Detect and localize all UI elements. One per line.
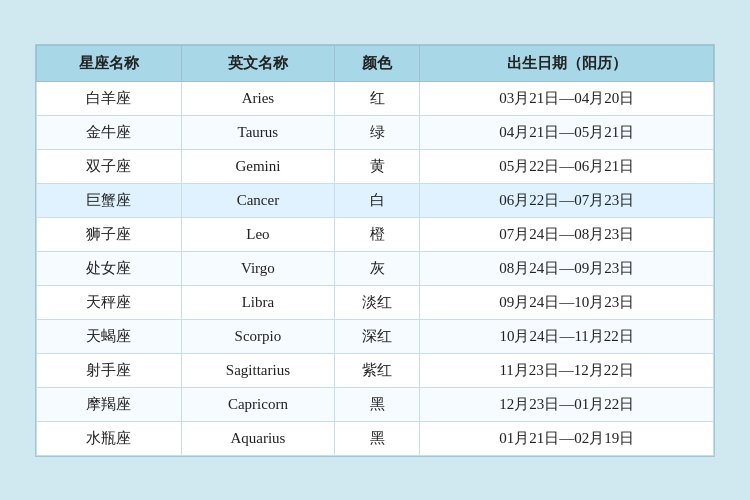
cell-dates: 10月24日—11月22日 [420, 319, 714, 353]
cell-dates: 12月23日—01月22日 [420, 387, 714, 421]
cell-en-name: Aquarius [181, 421, 334, 455]
cell-dates: 06月22日—07月23日 [420, 183, 714, 217]
cell-en-name: Leo [181, 217, 334, 251]
zodiac-table: 星座名称 英文名称 颜色 出生日期（阳历） 白羊座Aries红03月21日—04… [36, 45, 714, 456]
cell-en-name: Sagittarius [181, 353, 334, 387]
cell-cn-name: 水瓶座 [37, 421, 182, 455]
table-row: 处女座Virgo灰08月24日—09月23日 [37, 251, 714, 285]
cell-color: 紫红 [334, 353, 419, 387]
cell-dates: 03月21日—04月20日 [420, 81, 714, 115]
cell-color: 灰 [334, 251, 419, 285]
cell-color: 黑 [334, 387, 419, 421]
zodiac-table-container: 星座名称 英文名称 颜色 出生日期（阳历） 白羊座Aries红03月21日—04… [35, 44, 715, 457]
cell-dates: 08月24日—09月23日 [420, 251, 714, 285]
table-row: 射手座Sagittarius紫红11月23日—12月22日 [37, 353, 714, 387]
cell-en-name: Libra [181, 285, 334, 319]
cell-dates: 09月24日—10月23日 [420, 285, 714, 319]
cell-color: 黄 [334, 149, 419, 183]
table-row: 金牛座Taurus绿04月21日—05月21日 [37, 115, 714, 149]
cell-cn-name: 巨蟹座 [37, 183, 182, 217]
table-header-row: 星座名称 英文名称 颜色 出生日期（阳历） [37, 45, 714, 81]
cell-cn-name: 射手座 [37, 353, 182, 387]
cell-en-name: Aries [181, 81, 334, 115]
cell-en-name: Gemini [181, 149, 334, 183]
table-row: 狮子座Leo橙07月24日—08月23日 [37, 217, 714, 251]
cell-dates: 07月24日—08月23日 [420, 217, 714, 251]
header-color: 颜色 [334, 45, 419, 81]
cell-cn-name: 白羊座 [37, 81, 182, 115]
cell-dates: 01月21日—02月19日 [420, 421, 714, 455]
cell-color: 黑 [334, 421, 419, 455]
cell-cn-name: 处女座 [37, 251, 182, 285]
cell-dates: 05月22日—06月21日 [420, 149, 714, 183]
cell-color: 淡红 [334, 285, 419, 319]
table-row: 白羊座Aries红03月21日—04月20日 [37, 81, 714, 115]
table-row: 摩羯座Capricorn黑12月23日—01月22日 [37, 387, 714, 421]
cell-en-name: Taurus [181, 115, 334, 149]
header-en-name: 英文名称 [181, 45, 334, 81]
cell-color: 绿 [334, 115, 419, 149]
cell-color: 白 [334, 183, 419, 217]
cell-cn-name: 双子座 [37, 149, 182, 183]
cell-cn-name: 金牛座 [37, 115, 182, 149]
cell-color: 橙 [334, 217, 419, 251]
table-row: 巨蟹座Cancer白06月22日—07月23日 [37, 183, 714, 217]
table-row: 天蝎座Scorpio深红10月24日—11月22日 [37, 319, 714, 353]
cell-dates: 11月23日—12月22日 [420, 353, 714, 387]
table-row: 双子座Gemini黄05月22日—06月21日 [37, 149, 714, 183]
cell-en-name: Cancer [181, 183, 334, 217]
cell-dates: 04月21日—05月21日 [420, 115, 714, 149]
table-row: 天秤座Libra淡红09月24日—10月23日 [37, 285, 714, 319]
cell-cn-name: 狮子座 [37, 217, 182, 251]
cell-cn-name: 天秤座 [37, 285, 182, 319]
table-body: 白羊座Aries红03月21日—04月20日金牛座Taurus绿04月21日—0… [37, 81, 714, 455]
table-row: 水瓶座Aquarius黑01月21日—02月19日 [37, 421, 714, 455]
cell-en-name: Virgo [181, 251, 334, 285]
cell-en-name: Capricorn [181, 387, 334, 421]
cell-color: 红 [334, 81, 419, 115]
header-cn-name: 星座名称 [37, 45, 182, 81]
header-dates: 出生日期（阳历） [420, 45, 714, 81]
cell-cn-name: 摩羯座 [37, 387, 182, 421]
cell-color: 深红 [334, 319, 419, 353]
cell-cn-name: 天蝎座 [37, 319, 182, 353]
cell-en-name: Scorpio [181, 319, 334, 353]
